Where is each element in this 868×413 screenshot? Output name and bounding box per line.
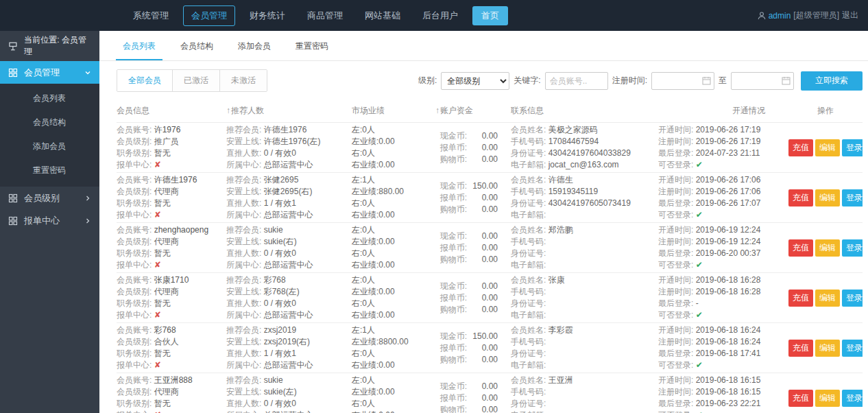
direct-count: 1 / 有效1 [264,198,296,208]
upline: zxsj2019(右) [264,337,310,346]
edit-button[interactable]: 编辑 [815,390,840,407]
shop-coin: 0.00 [469,354,498,366]
regtime-start-input[interactable] [651,72,714,90]
recharge-button[interactable]: 充值 [788,340,813,357]
belong-center: 总部运营中心 [264,160,313,169]
nav-item-members[interactable]: 会员管理 [183,5,235,26]
email: jocat_cn@163.com [548,160,619,169]
level-select[interactable]: 全部级别 [441,72,509,90]
funds-cell: 现金币:150.00 报单币:0.00 购物币:0.00 [435,324,511,371]
user-box: admin [超级管理员] 退出 [758,10,858,21]
member-account[interactable]: 许1976 [154,125,181,134]
keyword-input[interactable] [545,72,608,90]
market-cell: 左:0人 左业绩:0.00 右:0人 右业绩:0.00 [352,124,435,171]
recharge-button[interactable]: 充值 [788,239,813,257]
recharge-button[interactable]: 充值 [788,390,813,407]
tab-reset-password[interactable]: 重置密码 [289,31,335,60]
nav-item-home[interactable]: 首页 [472,6,508,25]
logout-link[interactable]: 退出 [842,10,858,21]
tab-bar: 会员列表 会员结构 添加会员 重置密码 [99,31,868,61]
login-button[interactable]: 登录 [842,189,863,206]
recharge-button[interactable]: 充值 [788,189,813,206]
login-button[interactable]: 登录 [842,340,863,357]
nav-item-system[interactable]: 系统管理 [125,6,176,25]
edit-button[interactable]: 编辑 [815,239,840,257]
edit-button[interactable]: 编辑 [815,290,840,307]
search-button[interactable]: 立即搜索 [801,71,863,91]
order-coin: 0.00 [469,242,498,254]
activation-cell: 开通时间: 2019-06-18 16:28 注册时间: 2019-06-18 … [658,274,788,321]
left-count: 左:1人 [352,174,429,186]
contact-cell: 会员姓名: 许德生 手机号码: 15919345119 身份证号: 430424… [511,174,658,221]
referral-cell: 推荐会员: sukie 安置上线: sukie(左) 直推人数: 0 / 有效0… [226,375,352,413]
member-name: 李彩霞 [548,325,573,335]
edit-button[interactable]: 编辑 [815,139,840,156]
status-tab-activated[interactable]: 已激活 [173,70,220,91]
login-button[interactable]: 登录 [842,139,863,156]
open-time: 2019-06-26 17:19 [696,125,761,134]
last-login: - [696,298,699,308]
status-tab-inactive[interactable]: 未激活 [220,70,267,91]
nav-item-finance[interactable]: 财务统计 [242,6,293,25]
login-button[interactable]: 登录 [842,290,863,307]
sidebar-item-label: 会员级别 [24,192,60,204]
direct-count: 0 / 有效0 [264,148,296,158]
header-referrals[interactable]: ↑推荐人数 [226,105,352,117]
member-account[interactable]: 彩768 [154,325,176,335]
open-time: 2019-06-26 17:06 [696,175,761,185]
recharge-button[interactable]: 充值 [788,290,813,307]
member-name: 张康 [548,275,565,285]
recharge-button[interactable]: 充值 [788,139,813,156]
sidebar-item-member-structure[interactable]: 会员结构 [0,110,99,134]
login-button[interactable]: 登录 [842,390,863,407]
last-login: 2019-06-20 00:37 [696,248,761,258]
market-cell: 左:0人 左业绩:0.00 右:0人 右业绩:0.00 [352,274,435,321]
sidebar-item-member-management[interactable]: 会员管理 [0,61,99,84]
member-info-cell: 会员账号: 王亚洲888 会员级别: 代理商 职务级别: 暂无 报单中心: ✘ [117,375,226,413]
left-performance: 左业绩:8800.00 [352,336,429,348]
phone: 15919345119 [548,187,599,196]
member-level: 代理商 [154,237,179,246]
open-time: 2019-06-18 16:28 [696,275,761,285]
edit-button[interactable]: 编辑 [815,189,840,206]
tab-member-structure[interactable]: 会员结构 [173,31,220,60]
sidebar-item-member-list[interactable]: 会员列表 [0,86,99,110]
open-time: 2019-06-18 16:24 [696,325,761,335]
member-account[interactable]: zhenghaopeng [154,225,208,235]
check-icon: ✔ [696,360,703,370]
sidebar-item-member-level[interactable]: 会员级别 [0,187,99,209]
tab-member-list[interactable]: 会员列表 [116,31,162,60]
referral-cell: 推荐会员: sukie 安置上线: sukie(右) 直推人数: 0 / 有效0… [226,224,352,271]
table-body: 会员账号: 许1976 会员级别: 推广员 职务级别: 暂无 报单中心: ✘ 推… [117,123,863,413]
status-tab-all[interactable]: 全部会员 [117,70,173,91]
member-level: 合伙人 [154,337,179,346]
left-performance: 左业绩:0.00 [352,236,429,248]
sidebar-item-order-center[interactable]: 报单中心 [0,209,99,232]
member-account[interactable]: 许德生1976 [154,175,197,185]
edit-button[interactable]: 编辑 [815,340,840,357]
nav-item-backend-users[interactable]: 后台用户 [415,6,466,25]
left-count: 左:0人 [352,124,429,136]
nav-item-products[interactable]: 商品管理 [300,6,350,25]
cash-coin: 0.00 [469,381,498,392]
header-activation-status: 开通情况 [658,105,788,117]
header-account-funds[interactable]: ↑账户资金 [435,105,511,117]
username[interactable]: admin [769,11,791,21]
contact-cell: 会员姓名: 王亚洲 手机号码: 身份证号: 电子邮箱: [511,375,658,413]
right-performance: 右业绩:0.00 [352,359,429,371]
last-login: 2019-06-18 17:41 [696,349,761,358]
member-account[interactable]: 张康1710 [154,275,189,285]
login-button[interactable]: 登录 [842,239,863,257]
sidebar-item-reset-password[interactable]: 重置密码 [0,158,99,182]
regtime-end-input[interactable] [731,72,794,90]
member-account[interactable]: 王亚洲888 [154,375,193,385]
tab-add-member[interactable]: 添加会员 [231,31,278,60]
cash-coin: 0.00 [469,130,498,142]
actions-cell: 充值 编辑 登录 [788,124,863,171]
direct-count: 0 / 有效0 [264,399,296,408]
left-performance: 左业绩:0.00 [352,286,429,298]
nav-item-website[interactable]: 网站基础 [357,6,408,25]
sidebar-item-add-member[interactable]: 添加会员 [0,134,99,158]
register-time: 2019-06-18 16:28 [696,287,761,296]
user-role: [超级管理员] [793,10,839,21]
